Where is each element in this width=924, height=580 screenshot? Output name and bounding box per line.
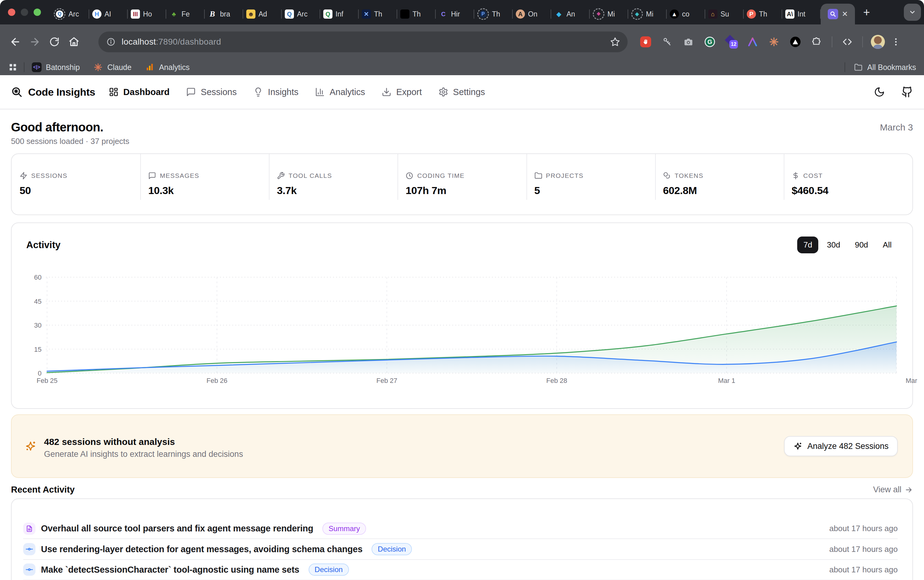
tab-title: Su bbox=[720, 10, 729, 18]
devtools-code-icon[interactable] bbox=[837, 32, 858, 51]
file-text-icon bbox=[23, 522, 35, 535]
apps-grid-icon[interactable] bbox=[8, 63, 18, 72]
folder-icon bbox=[534, 172, 542, 180]
recent-activity-row[interactable]: Make `detectSessionCharacter` tool-agnos… bbox=[23, 560, 898, 580]
home-button[interactable] bbox=[64, 32, 84, 52]
browser-tab[interactable]: ◆An bbox=[551, 4, 589, 25]
close-tab-icon[interactable]: ✕ bbox=[842, 10, 848, 18]
new-tab-button[interactable]: + bbox=[857, 3, 876, 21]
back-button[interactable] bbox=[5, 32, 25, 52]
tab-title: An bbox=[567, 10, 575, 18]
activity-card: Activity 7d30d90dAll 015304560Feb 25Feb … bbox=[11, 222, 913, 409]
bookmark-batonship[interactable]: <|>Batonship bbox=[32, 63, 80, 72]
extensions-puzzle-icon[interactable] bbox=[806, 32, 827, 51]
recent-activity-row[interactable]: Use rendering-layer detection for agent … bbox=[23, 539, 898, 560]
tab-title: Th bbox=[374, 10, 382, 18]
browser-toolbar: localhost:7890/dashboard G12 bbox=[0, 25, 924, 59]
view-all-link[interactable]: View all bbox=[873, 485, 913, 494]
svg-text:0: 0 bbox=[38, 369, 41, 377]
stat-value: 10.3k bbox=[148, 185, 269, 196]
vercel-extension-icon[interactable] bbox=[785, 32, 806, 51]
app-logo[interactable]: Code Insights bbox=[11, 86, 96, 98]
sparkles-icon bbox=[793, 442, 802, 451]
browser-tab[interactable]: A\Int bbox=[782, 4, 820, 25]
browser-tab[interactable]: ▲co bbox=[667, 4, 705, 25]
browser-tab[interactable]: QArc bbox=[51, 4, 89, 25]
active-tab[interactable]: ✕ bbox=[821, 4, 855, 25]
tab-favicon: ▲ bbox=[670, 10, 679, 19]
recent-activity-row[interactable]: Overhaul all source tool parsers and fix… bbox=[23, 519, 898, 539]
callout-title: 482 sessions without analysis bbox=[44, 437, 243, 447]
active-tab-favicon bbox=[828, 9, 838, 19]
url-text: localhost:7890/dashboard bbox=[122, 37, 221, 47]
browser-tab[interactable]: Th bbox=[397, 4, 435, 25]
nav-item-export[interactable]: Export bbox=[382, 87, 422, 97]
tab-search-button[interactable] bbox=[904, 4, 921, 21]
stat-label: SESSIONS bbox=[31, 172, 68, 180]
stat-value: $460.54 bbox=[792, 185, 912, 196]
browser-tab[interactable]: Bbra bbox=[205, 4, 243, 25]
stat-value: 3.7k bbox=[277, 185, 397, 196]
browser-tab[interactable]: QInf bbox=[320, 4, 358, 25]
recent-activity-title: Recent Activity bbox=[11, 484, 74, 495]
badge-12-extension-icon[interactable]: 12 bbox=[720, 32, 742, 51]
bookmark-claude[interactable]: Claude bbox=[93, 63, 132, 72]
tab-title: Arc bbox=[68, 10, 79, 18]
tab-title: Th bbox=[412, 10, 421, 18]
tab-title: bra bbox=[220, 10, 230, 18]
svg-text:15: 15 bbox=[34, 346, 41, 353]
svg-text:Feb 26: Feb 26 bbox=[207, 377, 227, 384]
bookmark-star-icon[interactable] bbox=[610, 37, 620, 47]
bookmark-analytics[interactable]: Analytics bbox=[145, 63, 189, 72]
browser-tab[interactable]: ◈Mi bbox=[628, 4, 666, 25]
stat-tool-calls: TOOL CALLS3.7k bbox=[269, 154, 397, 214]
browser-tab[interactable]: ⌂Su bbox=[705, 4, 743, 25]
tab-title: On bbox=[528, 10, 537, 18]
dark-mode-toggle-icon[interactable] bbox=[874, 86, 885, 97]
site-info-icon[interactable] bbox=[106, 37, 115, 46]
browser-tab[interactable]: IIIHo bbox=[128, 4, 166, 25]
close-window-button[interactable] bbox=[8, 8, 15, 16]
browser-tab[interactable]: QArc bbox=[282, 4, 320, 25]
adblock-extension-icon[interactable] bbox=[635, 32, 656, 51]
browser-tab[interactable]: ☻Ad bbox=[243, 4, 281, 25]
message-icon bbox=[148, 172, 156, 180]
nav-item-analytics[interactable]: Analytics bbox=[315, 87, 365, 97]
nav-item-settings[interactable]: Settings bbox=[438, 87, 485, 97]
browser-tab[interactable]: PTh bbox=[744, 4, 782, 25]
nav-item-dashboard[interactable]: Dashboard bbox=[109, 87, 170, 97]
zoom-window-button[interactable] bbox=[34, 8, 41, 16]
browser-tab[interactable]: CHir bbox=[436, 4, 474, 25]
analyze-sessions-button[interactable]: Analyze 482 Sessions bbox=[784, 436, 898, 456]
screenshot-extension-icon[interactable] bbox=[678, 32, 699, 51]
claude-extension-icon[interactable] bbox=[763, 32, 785, 51]
browser-menu-icon[interactable] bbox=[889, 32, 903, 51]
browser-tab[interactable]: ❖Mi bbox=[590, 4, 628, 25]
tab-favicon: ◆ bbox=[554, 10, 563, 19]
browser-tab[interactable]: HAI bbox=[89, 4, 127, 25]
minimize-window-button[interactable] bbox=[21, 8, 28, 16]
browser-tab[interactable]: AOn bbox=[513, 4, 551, 25]
all-bookmarks[interactable]: All Bookmarks bbox=[854, 63, 916, 72]
bulb-icon bbox=[253, 87, 263, 97]
nav-item-sessions[interactable]: Sessions bbox=[186, 87, 237, 97]
browser-tab[interactable]: PTh bbox=[474, 4, 512, 25]
reload-button[interactable] bbox=[44, 32, 64, 52]
callout-subtitle: Generate AI insights to extract learning… bbox=[44, 450, 243, 459]
dollar-icon bbox=[792, 172, 800, 180]
forward-button[interactable] bbox=[25, 32, 44, 52]
password-manager-extension-icon[interactable] bbox=[656, 32, 678, 51]
nav-item-insights[interactable]: Insights bbox=[253, 87, 298, 97]
browser-tab[interactable]: ♣Fe bbox=[166, 4, 204, 25]
macos-traffic-lights[interactable] bbox=[8, 8, 41, 16]
arc-extension-icon[interactable] bbox=[742, 32, 763, 51]
profile-avatar[interactable] bbox=[867, 32, 889, 51]
address-bar[interactable]: localhost:7890/dashboard bbox=[99, 31, 628, 52]
arrow-right-icon bbox=[904, 486, 913, 494]
tab-title: Inf bbox=[336, 10, 343, 18]
browser-tab[interactable]: ✕Th bbox=[359, 4, 397, 25]
grammarly-extension-icon[interactable]: G bbox=[699, 32, 720, 51]
stat-value: 602.8M bbox=[663, 185, 784, 196]
greeting-heading: Good afternoon. bbox=[11, 120, 103, 134]
github-icon[interactable] bbox=[901, 86, 913, 98]
